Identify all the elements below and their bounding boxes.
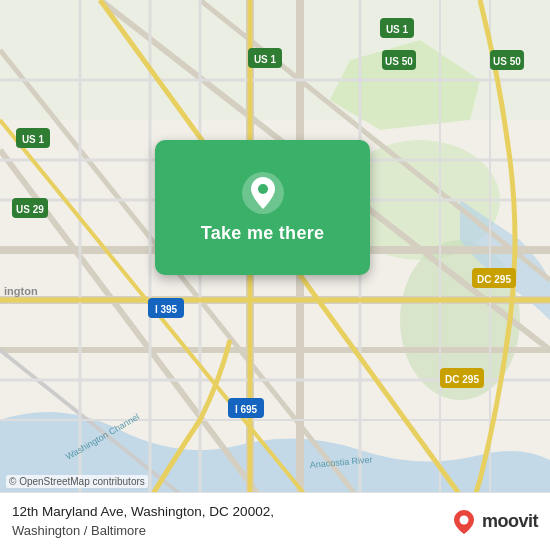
address-line1: 12th Maryland Ave, Washington, DC 20002,	[12, 503, 274, 522]
address-block: 12th Maryland Ave, Washington, DC 20002,…	[12, 503, 274, 540]
moovit-logo: moovit	[450, 508, 538, 536]
osm-credit: © OpenStreetMap contributors	[6, 475, 148, 488]
map-svg: US 1 US 1 US 29 US 1 US 50 US 50 I 395 I…	[0, 0, 550, 550]
svg-text:I 695: I 695	[235, 404, 258, 415]
svg-text:US 1: US 1	[254, 54, 277, 65]
location-pin-icon	[241, 171, 285, 215]
svg-text:ington: ington	[4, 285, 38, 297]
svg-text:US 50: US 50	[385, 56, 413, 67]
map-container: US 1 US 1 US 29 US 1 US 50 US 50 I 395 I…	[0, 0, 550, 550]
svg-text:DC 295: DC 295	[477, 274, 511, 285]
svg-text:US 1: US 1	[22, 134, 45, 145]
take-me-there-card[interactable]: Take me there	[155, 140, 370, 275]
address-line2: Washington / Baltimore	[12, 522, 274, 540]
svg-text:US 1: US 1	[386, 24, 409, 35]
svg-text:US 50: US 50	[493, 56, 521, 67]
svg-point-55	[459, 515, 468, 524]
svg-text:DC 295: DC 295	[445, 374, 479, 385]
svg-text:I 395: I 395	[155, 304, 178, 315]
moovit-pin-icon	[450, 508, 478, 536]
svg-point-54	[258, 184, 268, 194]
take-me-there-button[interactable]: Take me there	[201, 223, 325, 244]
bottom-info-bar: 12th Maryland Ave, Washington, DC 20002,…	[0, 492, 550, 550]
moovit-brand-text: moovit	[482, 511, 538, 532]
svg-text:US 29: US 29	[16, 204, 44, 215]
